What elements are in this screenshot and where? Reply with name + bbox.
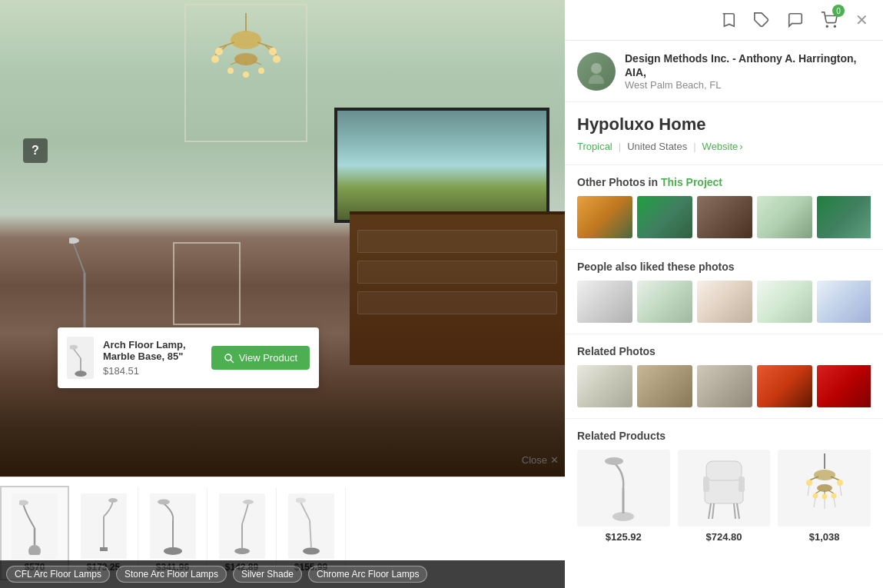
- chandelier-hotspot[interactable]: [184, 4, 307, 142]
- cart-wrapper: 0: [815, 6, 843, 34]
- product-name: Arch Floor Lamp, Marble Base, 85": [103, 339, 202, 362]
- tag-chrome-arc-floor-lamps[interactable]: Chrome Arc Floor Lamps: [308, 566, 427, 583]
- product-card-img-1: [577, 450, 670, 527]
- liked-photo-2[interactable]: [637, 281, 692, 323]
- svg-point-42: [826, 25, 828, 27]
- other-photos-grid: [577, 196, 871, 238]
- liked-photo-5[interactable]: [817, 281, 871, 323]
- tag-silver-shade[interactable]: Silver Shade: [233, 566, 302, 583]
- svg-line-55: [712, 503, 714, 519]
- svg-point-40: [296, 497, 306, 503]
- strip-item-img-1: [12, 493, 58, 559]
- this-project-label[interactable]: This Project: [661, 176, 722, 188]
- main-photo-panel: ?: [0, 0, 565, 588]
- svg-point-7: [269, 48, 277, 55]
- other-photo-1[interactable]: [577, 196, 632, 238]
- chair-hotspot[interactable]: [173, 242, 241, 325]
- project-title: Hypoluxo Home: [577, 115, 871, 135]
- svg-point-26: [28, 545, 41, 555]
- svg-point-11: [227, 68, 234, 74]
- designer-name: Design Methods Inc. - Anthony A. Harring…: [625, 51, 871, 79]
- svg-point-69: [822, 494, 827, 500]
- people-liked-section: People also liked these photos: [565, 250, 883, 334]
- search-icon: [224, 353, 234, 364]
- svg-rect-29: [100, 547, 108, 551]
- comment-icon-button[interactable]: [782, 6, 809, 34]
- tag-stone-arc-floor-lamps[interactable]: Stone Arc Floor Lamps: [116, 566, 227, 583]
- tv-painting: [334, 108, 549, 223]
- chandelier-decoration: [211, 13, 281, 105]
- related-photo-2[interactable]: [637, 365, 692, 407]
- project-website-link[interactable]: Website ›: [702, 141, 743, 152]
- svg-line-21: [73, 348, 81, 357]
- svg-point-58: [814, 470, 835, 480]
- svg-point-12: [258, 68, 264, 74]
- svg-line-3: [257, 42, 273, 48]
- related-photo-5[interactable]: [817, 365, 871, 407]
- other-photo-5[interactable]: [817, 196, 871, 238]
- svg-point-19: [69, 238, 79, 244]
- svg-line-70: [808, 486, 809, 496]
- close-panel-button[interactable]: ✕: [849, 8, 874, 32]
- other-photos-title: Other Photos in This Project: [577, 176, 871, 188]
- strip-item-img-2: [81, 493, 127, 559]
- product-card-img-2: [678, 450, 771, 527]
- svg-line-2: [219, 42, 234, 48]
- related-photos-grid: [577, 365, 871, 407]
- tag-icon-button[interactable]: [748, 6, 775, 34]
- liked-photo-1[interactable]: [577, 281, 632, 323]
- svg-line-64: [815, 490, 821, 493]
- svg-point-6: [215, 48, 223, 55]
- svg-point-24: [225, 354, 231, 360]
- product-card-1[interactable]: $125.92: [577, 450, 670, 543]
- right-panel: 0 ✕ Design Methods Inc. - Anthony A. Har…: [565, 0, 883, 588]
- svg-line-25: [231, 360, 234, 363]
- related-photo-4[interactable]: [757, 365, 812, 407]
- svg-line-72: [814, 498, 815, 507]
- toolbar: 0 ✕: [565, 0, 883, 41]
- svg-point-37: [243, 500, 254, 504]
- strip-item-img-4: [219, 493, 265, 559]
- svg-point-23: [75, 370, 86, 377]
- cart-badge: 0: [832, 5, 845, 17]
- other-photo-2[interactable]: [637, 196, 692, 238]
- svg-point-68: [831, 493, 836, 499]
- other-photo-4[interactable]: [757, 196, 812, 238]
- view-product-button[interactable]: View Product: [211, 346, 310, 370]
- related-photo-1[interactable]: [577, 365, 632, 407]
- svg-point-61: [806, 480, 812, 486]
- svg-point-31: [108, 498, 118, 503]
- designer-details: Design Methods Inc. - Anthony A. Harring…: [625, 51, 871, 91]
- svg-line-18: [73, 242, 85, 273]
- question-overlay[interactable]: ?: [23, 138, 48, 163]
- related-photos-title: Related Photos: [577, 345, 871, 357]
- product-tooltip: Arch Floor Lamp, Marble Base, 85" $184.5…: [58, 327, 319, 388]
- other-photos-section: Other Photos in This Project: [565, 165, 883, 250]
- related-photos-section: Related Photos: [565, 334, 883, 419]
- svg-line-65: [828, 490, 834, 493]
- related-photo-3[interactable]: [697, 365, 752, 407]
- svg-line-73: [834, 498, 835, 507]
- project-meta: Tropical | United States | Website ›: [577, 141, 871, 152]
- save-icon-button[interactable]: [714, 6, 742, 34]
- svg-rect-50: [706, 461, 742, 480]
- product-price: $184.51: [103, 365, 202, 377]
- project-location: United States: [627, 141, 687, 152]
- liked-photo-4[interactable]: [757, 281, 812, 323]
- close-strip-button[interactable]: Close ✕: [522, 454, 559, 466]
- svg-point-45: [589, 75, 604, 84]
- product-info: Arch Floor Lamp, Marble Base, 85" $184.5…: [103, 339, 202, 377]
- tag-cfl-arc-floor-lamps[interactable]: CFL Arc Floor Lamps: [6, 566, 110, 583]
- project-style[interactable]: Tropical: [577, 141, 612, 152]
- liked-photo-3[interactable]: [697, 281, 752, 323]
- product-card-2[interactable]: $724.80: [678, 450, 771, 543]
- svg-line-56: [734, 503, 735, 519]
- other-photo-3[interactable]: [697, 196, 752, 238]
- strip-item-img-5: [288, 493, 334, 559]
- product-card-3[interactable]: $1,038: [778, 450, 871, 543]
- svg-point-38: [303, 547, 320, 554]
- svg-point-9: [273, 55, 281, 63]
- product-card-img-3: [778, 450, 871, 527]
- svg-point-43: [834, 25, 835, 27]
- svg-point-1: [231, 31, 261, 49]
